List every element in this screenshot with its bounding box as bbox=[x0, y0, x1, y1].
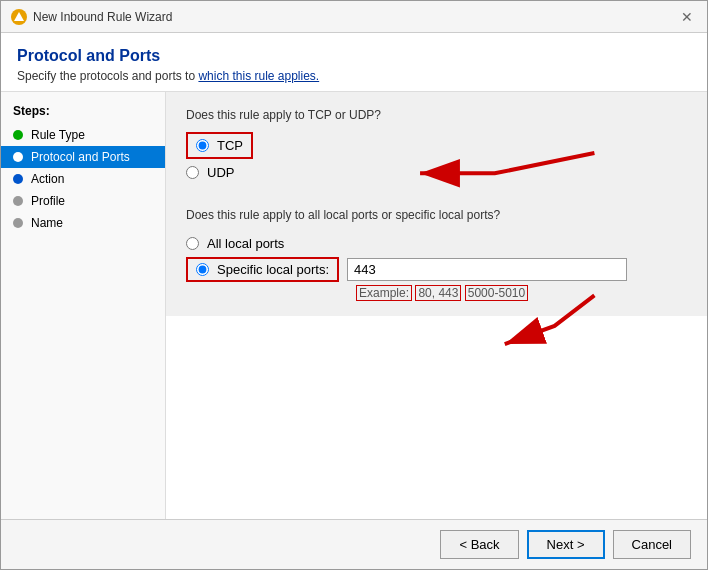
title-bar-left: New Inbound Rule Wizard bbox=[11, 9, 172, 25]
next-button[interactable]: Next > bbox=[527, 530, 605, 559]
example-text: Example: 80, 443 5000-5010 bbox=[356, 286, 687, 300]
udp-label: UDP bbox=[207, 165, 234, 180]
sidebar-label-action: Action bbox=[31, 172, 64, 186]
window-title: New Inbound Rule Wizard bbox=[33, 10, 172, 24]
page-description: Specify the protocols and ports to which… bbox=[17, 69, 691, 83]
all-ports-radio[interactable] bbox=[186, 237, 199, 250]
specific-ports-label-text: Specific local ports: bbox=[217, 262, 329, 277]
back-button[interactable]: < Back bbox=[440, 530, 518, 559]
ports-section: All local ports Specific local ports: Ex… bbox=[186, 236, 687, 300]
dot-name bbox=[13, 218, 23, 228]
tcp-label: TCP bbox=[217, 138, 243, 153]
sidebar-item-action[interactable]: Action bbox=[1, 168, 165, 190]
port-input[interactable] bbox=[347, 258, 627, 281]
tcp-radio[interactable] bbox=[196, 139, 209, 152]
cancel-button[interactable]: Cancel bbox=[613, 530, 691, 559]
svg-marker-0 bbox=[14, 12, 24, 21]
dot-profile bbox=[13, 196, 23, 206]
sidebar-label-profile: Profile bbox=[31, 194, 65, 208]
udp-radio[interactable] bbox=[186, 166, 199, 179]
title-bar: New Inbound Rule Wizard ✕ bbox=[1, 1, 707, 33]
specific-ports-radio[interactable] bbox=[196, 263, 209, 276]
wizard-window: New Inbound Rule Wizard ✕ Protocol and P… bbox=[0, 0, 708, 570]
steps-label: Steps: bbox=[1, 104, 165, 124]
sidebar-label-protocol-ports: Protocol and Ports bbox=[31, 150, 130, 164]
page-title: Protocol and Ports bbox=[17, 47, 691, 65]
sidebar-item-name[interactable]: Name bbox=[1, 212, 165, 234]
sidebar: Steps: Rule Type Protocol and Ports Acti… bbox=[1, 92, 166, 519]
close-button[interactable]: ✕ bbox=[677, 7, 697, 27]
sidebar-item-protocol-ports[interactable]: Protocol and Ports bbox=[1, 146, 165, 168]
dot-action bbox=[13, 174, 23, 184]
specific-ports-row: Specific local ports: bbox=[186, 257, 687, 282]
example-range: 5000-5010 bbox=[465, 285, 528, 301]
main-panel: Does this rule apply to TCP or UDP? TCP … bbox=[166, 92, 707, 316]
bottom-bar: < Back Next > Cancel bbox=[1, 519, 707, 569]
udp-radio-row: UDP bbox=[186, 165, 687, 180]
all-ports-row: All local ports bbox=[186, 236, 687, 251]
example-values: 80, 443 bbox=[415, 285, 461, 301]
sidebar-item-profile[interactable]: Profile bbox=[1, 190, 165, 212]
tcp-udp-group: TCP UDP bbox=[186, 132, 687, 180]
wizard-icon bbox=[11, 9, 27, 25]
tcp-option-box: TCP bbox=[186, 132, 253, 159]
sidebar-label-name: Name bbox=[31, 216, 63, 230]
tcp-udp-question: Does this rule apply to TCP or UDP? bbox=[186, 108, 687, 122]
all-ports-label: All local ports bbox=[207, 236, 284, 251]
description-link: which this rule applies. bbox=[198, 69, 319, 83]
sidebar-label-rule-type: Rule Type bbox=[31, 128, 85, 142]
dot-rule-type bbox=[13, 130, 23, 140]
example-label: Example: bbox=[356, 285, 412, 301]
main-panel-wrapper: Does this rule apply to TCP or UDP? TCP … bbox=[166, 92, 707, 519]
tcp-radio-row: TCP bbox=[186, 132, 687, 159]
specific-ports-box: Specific local ports: bbox=[186, 257, 339, 282]
ports-question: Does this rule apply to all local ports … bbox=[186, 208, 687, 222]
dot-protocol-ports bbox=[13, 152, 23, 162]
sidebar-item-rule-type[interactable]: Rule Type bbox=[1, 124, 165, 146]
page-header: Protocol and Ports Specify the protocols… bbox=[1, 33, 707, 92]
content-area: Steps: Rule Type Protocol and Ports Acti… bbox=[1, 92, 707, 519]
